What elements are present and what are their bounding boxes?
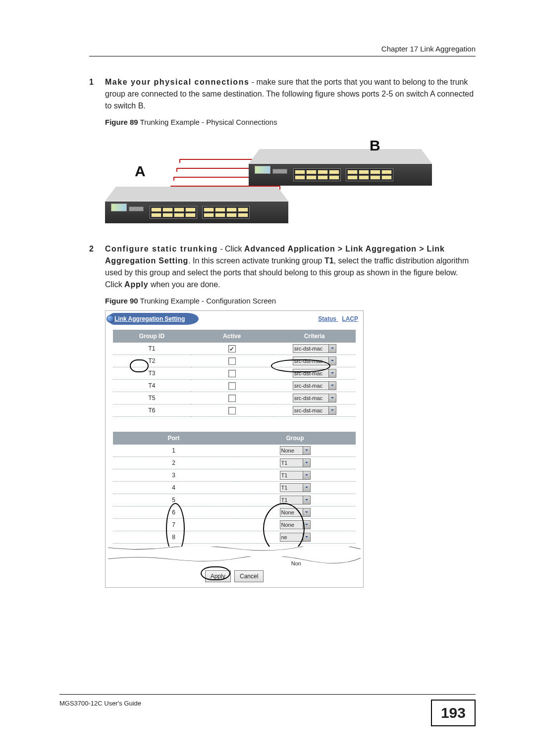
port-row: 8ne bbox=[113, 531, 356, 544]
cancel-button[interactable]: Cancel bbox=[234, 570, 264, 582]
criteria-select[interactable]: src-dst-mac bbox=[293, 381, 336, 390]
step-1: Make your physical connections - make su… bbox=[89, 76, 476, 231]
step2-lead: Configure static trunking bbox=[105, 245, 218, 253]
step-2: Configure static trunking - Click Advanc… bbox=[89, 243, 476, 588]
torn-edge: Non bbox=[108, 547, 361, 566]
group-row: T3src-dst-mac bbox=[113, 367, 356, 380]
group-row: T4src-dst-mac bbox=[113, 380, 356, 392]
figure90-ui: Link Aggregation Setting Status LACP Gro… bbox=[105, 310, 364, 588]
link-status[interactable]: Status bbox=[318, 315, 336, 322]
step2-apply: Apply bbox=[124, 280, 148, 289]
figure89-number: Figure 89 bbox=[105, 118, 138, 126]
th-pgroup: Group bbox=[234, 432, 356, 445]
step2-m1: - Click bbox=[218, 245, 244, 253]
port-table: Port Group 1None2T13T14T15T16None7None8n… bbox=[113, 432, 356, 544]
port-row: 1None bbox=[113, 445, 356, 457]
group-table: Group ID Active Criteria T1src-dst-macT2… bbox=[113, 330, 356, 417]
footer-guide: MGS3700-12C User's Guide bbox=[59, 700, 141, 707]
switch-a-label: A bbox=[135, 160, 146, 182]
link-lacp[interactable]: LACP bbox=[342, 315, 358, 322]
page-number: 193 bbox=[431, 700, 476, 726]
criteria-select[interactable]: src-dst-mac bbox=[293, 394, 336, 403]
th-active: Active bbox=[191, 330, 273, 343]
step2-tail: when you are done. bbox=[149, 280, 220, 289]
group-row: T6src-dst-mac bbox=[113, 404, 356, 417]
active-checkbox[interactable] bbox=[228, 370, 236, 377]
figure90-number: Figure 90 bbox=[105, 297, 138, 305]
step1-lead: Make your physical connections bbox=[105, 78, 249, 86]
port-group-select[interactable]: None bbox=[280, 446, 311, 455]
step2-m2: . In this screen activate trunking group bbox=[188, 256, 324, 265]
port-number-cell: 1 bbox=[113, 445, 234, 457]
page-header: Chapter 17 Link Aggregation bbox=[89, 45, 476, 56]
figure89-diagram: A B bbox=[105, 132, 442, 231]
port-row: 2T1 bbox=[113, 457, 356, 469]
port-group-select[interactable]: None bbox=[280, 520, 311, 529]
port-group-select[interactable]: T1 bbox=[280, 458, 311, 467]
step2-grp: T1 bbox=[324, 256, 334, 265]
switch-b-label: B bbox=[370, 134, 380, 156]
active-checkbox[interactable] bbox=[228, 357, 236, 365]
port-group-select[interactable]: T1 bbox=[280, 496, 311, 504]
port-group-select[interactable]: T1 bbox=[280, 483, 311, 492]
panel-links: Status LACP bbox=[314, 314, 358, 323]
switch-a-icon bbox=[105, 187, 288, 231]
th-group-id: Group ID bbox=[113, 330, 191, 343]
active-checkbox[interactable] bbox=[228, 395, 236, 402]
group-id-cell: T1 bbox=[113, 343, 191, 355]
th-criteria: Criteria bbox=[273, 330, 356, 343]
port-row: 7None bbox=[113, 519, 356, 531]
figure90-caption: Figure 90 Trunking Example - Configurati… bbox=[105, 296, 476, 307]
port-number-cell: 5 bbox=[113, 494, 234, 506]
apply-button[interactable]: Apply bbox=[205, 570, 231, 582]
group-id-cell: T5 bbox=[113, 392, 191, 404]
port-row: 3T1 bbox=[113, 469, 356, 482]
port-number-cell: 6 bbox=[113, 506, 234, 519]
figure89-text: Trunking Example - Physical Connections bbox=[138, 118, 277, 126]
group-id-cell: T6 bbox=[113, 404, 191, 417]
figure90-text: Trunking Example - Configuration Screen bbox=[138, 297, 276, 305]
port-group-select[interactable]: T1 bbox=[280, 471, 311, 480]
active-checkbox[interactable] bbox=[228, 382, 236, 390]
group-row: T2src-dst-mac bbox=[113, 355, 356, 367]
group-row: T5src-dst-mac bbox=[113, 392, 356, 404]
port-row: 4T1 bbox=[113, 482, 356, 494]
port-number-cell: 3 bbox=[113, 469, 234, 482]
page-footer: MGS3700-12C User's Guide 193 bbox=[59, 694, 476, 726]
figure89-caption: Figure 89 Trunking Example - Physical Co… bbox=[105, 117, 476, 128]
panel-header: Link Aggregation Setting Status LACP bbox=[106, 311, 363, 327]
group-id-cell: T3 bbox=[113, 367, 191, 380]
chapter-title: Chapter 17 Link Aggregation bbox=[381, 45, 476, 53]
th-port: Port bbox=[113, 432, 234, 445]
group-id-cell: T4 bbox=[113, 380, 191, 392]
port-group-select[interactable]: ne bbox=[280, 533, 311, 542]
torn-label: Non bbox=[291, 559, 301, 568]
panel-title-tab[interactable]: Link Aggregation Setting bbox=[108, 313, 199, 325]
criteria-select[interactable]: src-dst-mac bbox=[293, 344, 336, 353]
group-id-cell: T2 bbox=[113, 355, 191, 367]
port-row: 6None bbox=[113, 506, 356, 519]
port-number-cell: 4 bbox=[113, 482, 234, 494]
criteria-select[interactable]: src-dst-mac bbox=[293, 369, 336, 378]
active-checkbox[interactable] bbox=[228, 407, 236, 414]
port-group-select[interactable]: None bbox=[280, 508, 311, 517]
criteria-select[interactable]: src-dst-mac bbox=[293, 406, 336, 415]
criteria-select[interactable]: src-dst-mac bbox=[293, 356, 336, 365]
group-row: T1src-dst-mac bbox=[113, 343, 356, 355]
port-row: 5T1 bbox=[113, 494, 356, 506]
active-checkbox[interactable] bbox=[228, 345, 236, 353]
port-number-cell: 7 bbox=[113, 519, 234, 531]
port-number-cell: 2 bbox=[113, 457, 234, 469]
port-number-cell: 8 bbox=[113, 531, 234, 544]
